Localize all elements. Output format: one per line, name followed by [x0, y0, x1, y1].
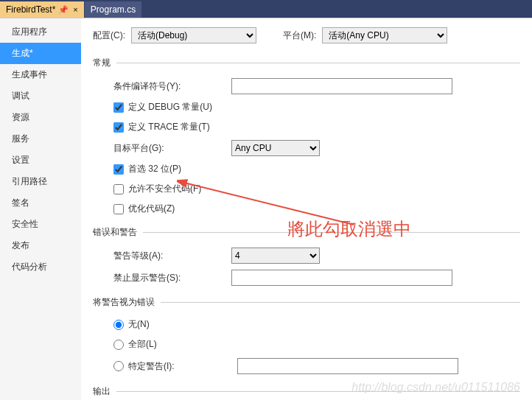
config-select[interactable]: 活动(Debug)	[131, 27, 256, 43]
platform-select[interactable]: 活动(Any CPU)	[322, 27, 447, 43]
define-debug-label: 定义 DEBUG 常量(U)	[128, 101, 212, 113]
suppress-warnings-input[interactable]	[231, 270, 452, 286]
close-icon[interactable]: ×	[73, 5, 77, 14]
sidebar-item-code-analysis[interactable]: 代码分析	[0, 256, 81, 278]
prefer-32bit-checkbox[interactable]	[113, 164, 124, 175]
row-treat-none: 无(N)	[93, 315, 520, 334]
row-target-platform: 目标平台(G): Any CPU	[93, 137, 520, 159]
cond-symbols-input[interactable]	[231, 78, 452, 94]
row-define-trace: 定义 TRACE 常量(T)	[93, 117, 520, 137]
row-prefer-32bit: 首选 32 位(P)	[93, 159, 520, 179]
section-output: 输出	[93, 385, 520, 398]
optimize-checkbox[interactable]	[113, 204, 124, 214]
treat-specific-radio[interactable]	[113, 361, 124, 371]
treat-all-radio[interactable]	[113, 340, 124, 350]
tab-bar: FirebirdTest* 📌 × Program.cs	[0, 0, 532, 18]
define-debug-checkbox[interactable]	[113, 102, 124, 113]
sidebar-item-resources[interactable]: 资源	[0, 107, 81, 128]
platform-label: 平台(M):	[283, 29, 316, 42]
row-cond-symbols: 条件编译符号(Y):	[93, 75, 520, 97]
sidebar-item-signing[interactable]: 签名	[0, 192, 81, 214]
config-row: 配置(C): 活动(Debug) 平台(M): 活动(Any CPU)	[93, 27, 520, 43]
treat-none-radio[interactable]	[113, 320, 124, 330]
content-pane: 配置(C): 活动(Debug) 平台(M): 活动(Any CPU) 常规 条…	[81, 18, 532, 400]
target-platform-select[interactable]: Any CPU	[231, 140, 320, 156]
row-treat-specific: 特定警告(I):	[93, 354, 520, 378]
sidebar-item-build[interactable]: 生成*	[0, 43, 81, 64]
treat-specific-label: 特定警告(I):	[128, 360, 231, 373]
define-trace-checkbox[interactable]	[113, 122, 124, 133]
sidebar-item-services[interactable]: 服务	[0, 128, 81, 150]
sidebar-item-build-events[interactable]: 生成事件	[0, 64, 81, 85]
tab-label: FirebirdTest*	[6, 4, 55, 15]
sidebar: 应用程序 生成* 生成事件 调试 资源 服务 设置 引用路径 签名 安全性 发布…	[0, 18, 81, 400]
sidebar-item-debug[interactable]: 调试	[0, 85, 81, 107]
row-define-debug: 定义 DEBUG 常量(U)	[93, 97, 520, 117]
allow-unsafe-checkbox[interactable]	[113, 184, 124, 194]
section-treat-as-error: 将警告视为错误	[93, 296, 520, 309]
pin-icon[interactable]: 📌	[58, 5, 69, 15]
tab-label: Program.cs	[91, 4, 136, 15]
allow-unsafe-label: 允许不安全代码(F)	[128, 183, 201, 195]
section-errors-warnings: 错误和警告	[93, 226, 520, 239]
sidebar-item-settings[interactable]: 设置	[0, 150, 81, 171]
warning-level-select[interactable]: 4	[231, 248, 320, 264]
optimize-label: 优化代码(Z)	[128, 203, 175, 215]
sidebar-item-refpaths[interactable]: 引用路径	[0, 171, 81, 192]
target-platform-label: 目标平台(G):	[113, 142, 231, 155]
row-warning-level: 警告等级(A): 4	[93, 245, 520, 267]
row-treat-all: 全部(L)	[93, 334, 520, 354]
sidebar-item-publish[interactable]: 发布	[0, 235, 81, 256]
section-general: 常规	[93, 57, 520, 69]
row-suppress-warnings: 禁止显示警告(S):	[93, 267, 520, 289]
treat-specific-input[interactable]	[237, 358, 458, 374]
tab-firebird-test[interactable]: FirebirdTest* 📌 ×	[0, 1, 84, 18]
prefer-32bit-label: 首选 32 位(P)	[128, 163, 181, 175]
sidebar-item-security[interactable]: 安全性	[0, 214, 81, 235]
tab-program-cs[interactable]: Program.cs	[85, 1, 141, 18]
suppress-warnings-label: 禁止显示警告(S):	[113, 272, 231, 284]
config-label: 配置(C):	[93, 29, 125, 42]
treat-all-label: 全部(L)	[128, 338, 157, 351]
sidebar-item-app[interactable]: 应用程序	[0, 21, 81, 43]
define-trace-label: 定义 TRACE 常量(T)	[128, 121, 210, 133]
treat-none-label: 无(N)	[128, 318, 150, 331]
row-allow-unsafe: 允许不安全代码(F)	[93, 179, 520, 199]
row-optimize: 优化代码(Z)	[93, 199, 520, 219]
cond-symbols-label: 条件编译符号(Y):	[113, 80, 231, 93]
warning-level-label: 警告等级(A):	[113, 250, 231, 262]
main-container: 应用程序 生成* 生成事件 调试 资源 服务 设置 引用路径 签名 安全性 发布…	[0, 18, 532, 400]
